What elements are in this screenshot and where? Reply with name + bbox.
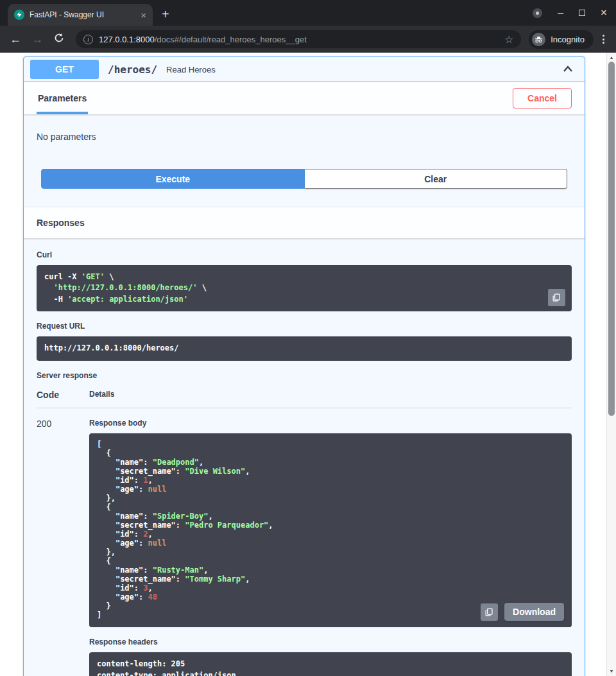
incognito-badge: Incognito [529, 30, 594, 49]
responses-table-header: Code Details [37, 386, 572, 408]
code-column-header: Code [37, 390, 89, 400]
response-row-200: 200 Response body [ { "name": "Deadpond"… [37, 408, 572, 676]
parameters-title: Parameters [37, 82, 88, 114]
tab-title: FastAPI - Swagger UI [30, 10, 135, 19]
execute-button[interactable]: Execute [41, 169, 305, 189]
fastapi-favicon-icon [14, 10, 24, 20]
address-bar[interactable]: i 127.0.0.1:8000/docs#/default/read_hero… [76, 30, 521, 48]
response-body-label: Response body [89, 419, 572, 428]
opblock-summary[interactable]: GET /heroes/ Read Heroes [24, 57, 585, 82]
curl-label: Curl [37, 250, 572, 259]
responses-body: Curl curl -X 'GET' \ 'http://127.0.0.1:8… [24, 239, 585, 676]
method-badge: GET [30, 60, 99, 79]
incognito-icon [532, 33, 545, 46]
copy-curl-button[interactable] [548, 289, 565, 306]
server-response-label: Server response [37, 371, 572, 380]
request-url-block: http://127.0.0.1:8000/heroes/ [37, 336, 572, 360]
cancel-button[interactable]: Cancel [513, 88, 572, 108]
browser-toolbar: ← → i 127.0.0.1:8000/docs#/default/read_… [0, 26, 616, 53]
maximize-button[interactable] [579, 10, 585, 16]
opblock-get-heroes: GET /heroes/ Read Heroes Parameters Canc… [23, 56, 585, 676]
response-body-text: [ { "name": "Deadpond", "secret_name": "… [97, 440, 564, 620]
new-tab-button[interactable]: + [162, 8, 169, 21]
execute-row: Execute Clear [24, 169, 585, 207]
request-url-text: http://127.0.0.1:8000/heroes/ [44, 343, 564, 354]
site-info-icon[interactable]: i [83, 35, 93, 44]
responses-header: Responses [24, 207, 585, 239]
url-text: 127.0.0.1:8000/docs#/default/read_heroes… [99, 35, 499, 44]
request-url-label: Request URL [37, 322, 572, 331]
back-icon[interactable]: ← [6, 33, 24, 46]
browser-tab[interactable]: FastAPI - Swagger UI × [8, 4, 153, 26]
response-body-block: [ { "name": "Deadpond", "secret_name": "… [89, 433, 572, 628]
response-body-actions: Download [481, 603, 564, 621]
curl-code-text: curl -X 'GET' \ 'http://127.0.0.1:8000/h… [44, 272, 564, 305]
responses-title: Responses [37, 218, 85, 228]
scrollbar-thumb[interactable] [608, 62, 615, 416]
scrollbar-down-icon[interactable]: ▼ [607, 666, 616, 676]
response-headers-block: content-length: 205 content-type: applic… [89, 652, 572, 676]
collapse-chevron-icon[interactable] [558, 63, 578, 76]
url-host: 127.0.0.1:8000 [99, 35, 155, 44]
minimize-button[interactable]: – [558, 7, 563, 19]
endpoint-summary: Read Heroes [166, 65, 549, 74]
status-code: 200 [37, 419, 89, 676]
browser-titlebar: FastAPI - Swagger UI × + – × [0, 0, 616, 26]
clear-button[interactable]: Clear [305, 169, 568, 189]
download-button[interactable]: Download [504, 603, 564, 621]
reload-icon[interactable] [50, 33, 68, 46]
endpoint-path: /heroes/ [108, 64, 157, 76]
bookmark-star-icon[interactable]: ☆ [504, 33, 513, 46]
window-controls: – × [533, 0, 607, 26]
forward-icon[interactable]: → [28, 33, 46, 46]
tab-close-icon[interactable]: × [141, 10, 146, 20]
details-column-header: Details [89, 390, 572, 400]
parameters-header: Parameters Cancel [24, 82, 585, 115]
browser-menu-icon[interactable] [597, 35, 610, 44]
url-path: /docs#/default/read_heroes_heroes__get [155, 35, 307, 44]
response-headers-label: Response headers [89, 637, 572, 646]
window-close-button[interactable]: × [601, 6, 607, 19]
swagger-page: GET /heroes/ Read Heroes Parameters Canc… [0, 53, 606, 676]
responses-table: Code Details 200 Response body [ { "name… [37, 386, 572, 676]
copy-response-button[interactable] [481, 603, 498, 621]
curl-block: curl -X 'GET' \ 'http://127.0.0.1:8000/h… [37, 265, 572, 311]
no-parameters-text: No parameters [37, 132, 96, 142]
page-scrollbar[interactable]: ▲ ▼ [606, 53, 616, 676]
scrollbar-up-icon[interactable]: ▲ [607, 53, 616, 62]
response-headers-text: content-length: 205 content-type: applic… [97, 659, 564, 676]
incognito-label: Incognito [551, 35, 585, 44]
media-controls-icon[interactable] [533, 8, 542, 18]
parameters-body: No parameters [24, 115, 585, 169]
